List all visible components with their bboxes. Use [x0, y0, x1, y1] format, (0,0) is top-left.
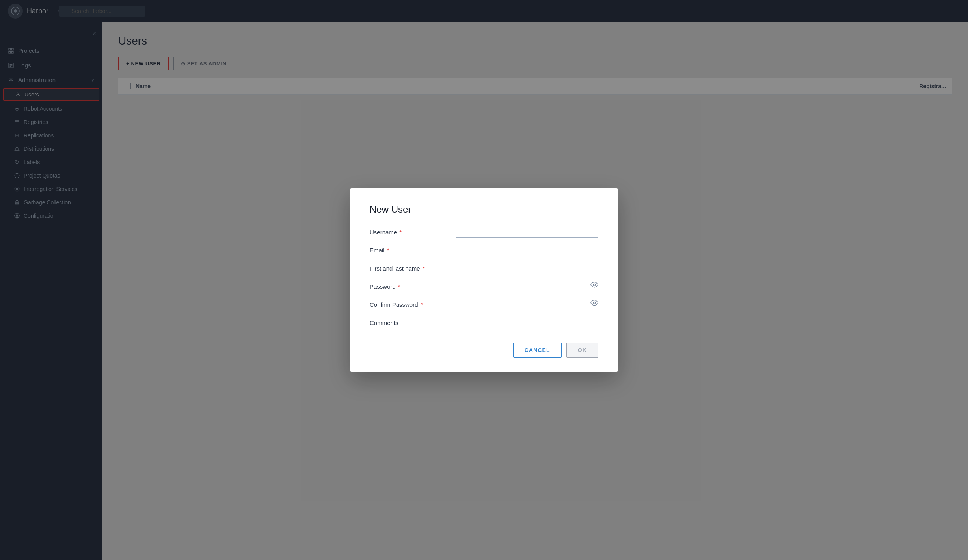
input-confirm-password[interactable] — [456, 300, 598, 310]
svg-point-30 — [594, 284, 596, 286]
input-comments[interactable] — [456, 318, 598, 328]
form-field-comments: Comments — [370, 318, 598, 328]
form-field-fullname: First and last name * — [370, 264, 598, 274]
input-email[interactable] — [456, 246, 598, 256]
label-confirm-password: Confirm Password * — [370, 301, 449, 310]
toggle-password-btn[interactable] — [590, 281, 598, 291]
input-fullname[interactable] — [456, 264, 598, 274]
modal-footer: CANCEL OK — [370, 343, 598, 358]
label-username: Username * — [370, 229, 449, 238]
modal-title: New User — [370, 204, 598, 215]
ok-button[interactable]: OK — [566, 343, 598, 358]
form-field-email: Email * — [370, 246, 598, 256]
form-field-username: Username * — [370, 228, 598, 238]
svg-point-31 — [594, 302, 596, 304]
label-password: Password * — [370, 283, 449, 292]
form-field-confirm-password: Confirm Password * — [370, 300, 598, 310]
input-username[interactable] — [456, 228, 598, 238]
toggle-confirm-password-btn[interactable] — [590, 299, 598, 309]
new-user-modal: New User Username * Email * First and la… — [350, 188, 618, 372]
form-field-password: Password * — [370, 282, 598, 292]
input-password[interactable] — [456, 282, 598, 292]
cancel-button[interactable]: CANCEL — [513, 343, 562, 358]
label-email: Email * — [370, 247, 449, 256]
modal-overlay[interactable]: New User Username * Email * First and la… — [0, 0, 968, 560]
label-comments: Comments — [370, 319, 449, 328]
label-fullname: First and last name * — [370, 265, 449, 274]
